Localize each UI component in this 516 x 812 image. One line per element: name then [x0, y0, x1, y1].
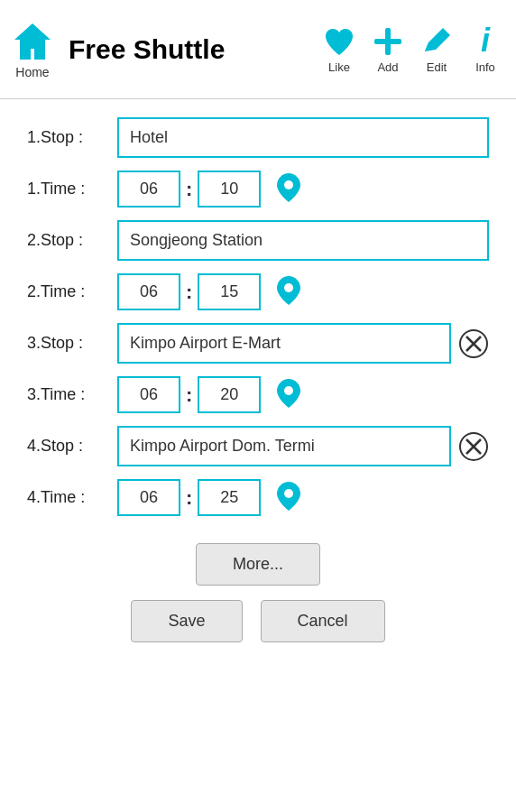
stop-2-label: 2.Stop :	[27, 231, 117, 250]
time-1-group: :	[117, 171, 302, 208]
like-button[interactable]: Like	[319, 24, 359, 74]
add-label: Add	[377, 60, 398, 74]
remove-stop-3-button[interactable]	[458, 328, 489, 359]
time-3-hour[interactable]	[117, 376, 180, 413]
location-1-icon[interactable]	[275, 171, 302, 208]
svg-point-6	[284, 180, 293, 189]
time-4-label: 4.Time :	[27, 488, 117, 507]
time-1-minute[interactable]	[198, 171, 261, 208]
more-button[interactable]: More...	[196, 543, 320, 586]
edit-button[interactable]: Edit	[417, 24, 456, 74]
svg-point-11	[284, 386, 293, 395]
heart-icon	[322, 24, 356, 59]
time-4-minute[interactable]	[198, 479, 261, 516]
time-2-label: 2.Time :	[27, 282, 117, 301]
stop-4-label: 4.Stop :	[27, 437, 117, 456]
like-label: Like	[328, 60, 350, 74]
time-3-label: 3.Time :	[27, 385, 117, 404]
cancel-button[interactable]: Cancel	[261, 600, 385, 642]
time-2-row: 2.Time : :	[27, 273, 489, 310]
stop-1-input[interactable]	[117, 117, 489, 158]
time-4-group: :	[117, 479, 302, 516]
stop-3-row: 3.Stop :	[27, 323, 489, 364]
time-1-hour[interactable]	[117, 171, 180, 208]
stop-4-input[interactable]	[117, 426, 451, 466]
plus-icon	[371, 24, 405, 59]
svg-rect-2	[374, 39, 401, 44]
home-label: Home	[15, 65, 49, 79]
info-button[interactable]: i Info	[465, 24, 505, 74]
edit-label: Edit	[427, 60, 447, 74]
location-3-icon[interactable]	[275, 377, 302, 413]
svg-marker-0	[14, 23, 51, 60]
location-4-icon[interactable]	[275, 480, 302, 516]
location-2-icon[interactable]	[275, 274, 302, 310]
stop-3-label: 3.Stop :	[27, 334, 117, 353]
info-icon: i	[468, 24, 502, 59]
home-nav[interactable]: Home	[11, 20, 54, 79]
svg-point-7	[284, 283, 293, 292]
action-buttons-row: Save Cancel	[27, 600, 489, 642]
stop-1-label: 1.Stop :	[27, 128, 117, 147]
time-3-row: 3.Time : :	[27, 376, 489, 413]
main-content: 1.Stop : 1.Time : : 2.Stop : 2.Time : :	[0, 99, 516, 660]
home-icon	[11, 20, 54, 63]
time-2-colon: :	[186, 281, 192, 304]
remove-stop-4-button[interactable]	[458, 431, 489, 462]
stop-2-input[interactable]	[117, 220, 489, 261]
stop-1-row: 1.Stop :	[27, 117, 489, 158]
time-2-hour[interactable]	[117, 273, 180, 310]
app-title: Free Shuttle	[69, 34, 319, 65]
time-3-colon: :	[186, 383, 192, 407]
app-header: Home Free Shuttle Like Add Edit	[0, 0, 516, 99]
stop-3-input[interactable]	[117, 323, 451, 364]
time-1-row: 1.Time : :	[27, 171, 489, 208]
save-button[interactable]: Save	[131, 600, 242, 642]
time-4-colon: :	[186, 486, 192, 510]
time-2-minute[interactable]	[198, 273, 261, 310]
svg-point-15	[284, 489, 293, 498]
time-1-label: 1.Time :	[27, 180, 117, 198]
time-2-group: :	[117, 273, 302, 310]
svg-text:i: i	[481, 24, 491, 59]
header-actions: Like Add Edit i Info	[319, 24, 505, 74]
stop-2-row: 2.Stop :	[27, 220, 489, 261]
time-3-minute[interactable]	[198, 376, 261, 413]
more-button-row: More...	[27, 543, 489, 586]
time-4-hour[interactable]	[117, 479, 180, 516]
time-1-colon: :	[186, 178, 192, 201]
time-4-row: 4.Time : :	[27, 479, 489, 516]
add-button[interactable]: Add	[368, 24, 408, 74]
stop-4-row: 4.Stop :	[27, 426, 489, 466]
edit-icon	[419, 24, 454, 59]
info-label: Info	[475, 60, 495, 74]
time-3-group: :	[117, 376, 302, 413]
